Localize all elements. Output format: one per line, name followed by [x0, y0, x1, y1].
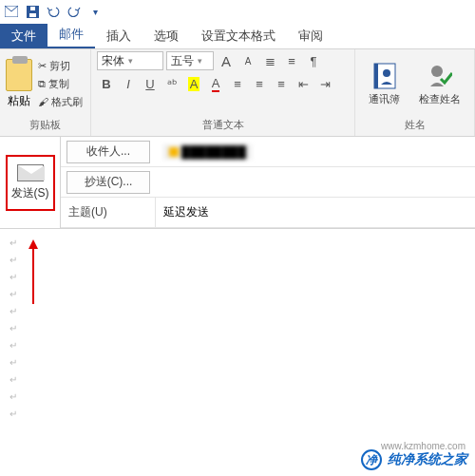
to-field[interactable]: ████████ [156, 144, 475, 160]
quick-access-toolbar: ▾ [0, 0, 475, 23]
addressbook-icon [372, 62, 397, 90]
paragraph-mark: ↵ [10, 337, 466, 354]
align-center-button[interactable]: ≡ [250, 74, 269, 93]
tab-review[interactable]: 审阅 [287, 24, 334, 48]
annotation-arrow [32, 247, 34, 304]
paragraph-mark: ↵ [10, 371, 466, 389]
phonetic-button[interactable]: ᵃᵇ [162, 74, 181, 93]
shrink-font-button[interactable]: A [238, 51, 257, 70]
tab-format[interactable]: 设置文本格式 [190, 24, 287, 48]
undo-icon[interactable] [46, 4, 61, 19]
chevron-down-icon: ▾ [128, 56, 133, 66]
paste-icon [6, 59, 32, 91]
font-size-select[interactable]: 五号▾ [166, 51, 214, 70]
addressbook-button[interactable]: 通讯簿 [361, 60, 408, 108]
paragraph-mark: ↵ [10, 389, 466, 406]
svg-point-7 [431, 66, 443, 77]
indent-right-button[interactable]: ⇥ [315, 74, 334, 93]
svg-rect-3 [30, 7, 35, 10]
paste-button[interactable]: 粘贴 [6, 59, 32, 109]
svg-rect-2 [29, 13, 36, 17]
svg-point-6 [383, 69, 390, 77]
svg-rect-5 [374, 64, 378, 88]
subject-row: 主题(U) [61, 198, 475, 228]
align-right-button[interactable]: ≡ [272, 74, 291, 93]
italic-button[interactable]: I [119, 74, 138, 93]
recipient-chip[interactable]: ████████ [163, 144, 252, 160]
cut-button[interactable]: ✂剪切 [36, 58, 85, 74]
cc-row: 抄送(C)... [61, 167, 475, 198]
cc-field[interactable] [163, 176, 467, 189]
watermark-text: 纯净系统之家 [388, 451, 467, 468]
paragraph-mark: ↵ [10, 269, 466, 286]
paragraph-button[interactable]: ¶ [304, 51, 323, 70]
ribbon-group-names: 通讯簿 检查姓名 姓名 [355, 49, 475, 136]
send-column: 发送(S) [0, 137, 61, 228]
checknames-button[interactable]: 检查姓名 [411, 60, 468, 108]
watermark-logo-icon: 净 [361, 449, 382, 470]
paragraph-mark: ↵ [10, 252, 466, 269]
ribbon-tabs: 文件 邮件 插入 选项 设置文本格式 审阅 [0, 23, 475, 49]
paragraph-mark: ↵ [10, 303, 466, 320]
indent-left-button[interactable]: ⇤ [294, 74, 313, 93]
font-color-button[interactable]: A [206, 74, 225, 93]
paragraph-mark: ↵ [10, 320, 466, 337]
message-body[interactable]: ↵ ↵ ↵ ↵ ↵ ↵ ↵ ↵ ↵ ↵ ↵ [0, 229, 475, 419]
subject-label: 主题(U) [61, 198, 156, 227]
tab-options[interactable]: 选项 [142, 24, 190, 48]
underline-button[interactable]: U [141, 74, 160, 93]
copy-button[interactable]: ⧉复制 [36, 76, 85, 92]
font-group-label: 普通文本 [97, 116, 349, 134]
names-group-label: 姓名 [361, 116, 468, 134]
copy-icon: ⧉ [38, 78, 46, 90]
tab-file[interactable]: 文件 [0, 24, 48, 48]
watermark: 净 纯净系统之家 [361, 449, 467, 470]
chevron-down-icon: ▾ [198, 56, 202, 66]
save-icon[interactable] [25, 4, 40, 19]
paragraph-mark: ↵ [10, 354, 466, 371]
to-button[interactable]: 收件人... [66, 141, 150, 163]
grow-font-button[interactable]: A [217, 51, 236, 70]
align-left-button[interactable]: ≡ [228, 74, 247, 93]
numbering-button[interactable]: ≡ [282, 51, 301, 70]
bold-button[interactable]: B [97, 74, 116, 93]
subject-field[interactable] [163, 206, 467, 219]
format-painter-button[interactable]: 🖌格式刷 [36, 94, 85, 110]
qat-dropdown-icon[interactable]: ▾ [87, 4, 103, 19]
cc-button[interactable]: 抄送(C)... [66, 171, 150, 194]
checknames-icon [428, 62, 452, 90]
send-button[interactable]: 发送(S) [6, 155, 55, 211]
ribbon-group-clipboard: 粘贴 ✂剪切 ⧉复制 🖌格式刷 剪贴板 [0, 49, 91, 136]
highlight-button[interactable]: A [184, 74, 203, 93]
paragraph-mark: ↵ [10, 286, 466, 303]
paragraph-mark: ↵ [10, 406, 466, 419]
send-label: 发送(S) [11, 185, 49, 201]
to-row: 收件人... ████████ [61, 137, 475, 167]
ribbon: 粘贴 ✂剪切 ⧉复制 🖌格式刷 剪贴板 宋体▾ 五号▾ A A ≣ ≡ ¶ B [0, 49, 475, 137]
compose-header: 发送(S) 收件人... ████████ 抄送(C)... 主题(U) [0, 137, 475, 229]
paragraph-mark: ↵ [10, 235, 466, 252]
scissors-icon: ✂ [38, 60, 47, 72]
paste-label: 粘贴 [8, 93, 30, 109]
clipboard-group-label: 剪贴板 [6, 116, 85, 134]
envelope-icon [17, 164, 44, 181]
bullets-button[interactable]: ≣ [260, 51, 279, 70]
tab-mail[interactable]: 邮件 [48, 22, 95, 48]
font-family-select[interactable]: 宋体▾ [97, 51, 163, 70]
ribbon-group-font: 宋体▾ 五号▾ A A ≣ ≡ ¶ B I U ᵃᵇ A A ≡ ≡ ≡ ⇤ ⇥ [91, 49, 355, 136]
brush-icon: 🖌 [38, 96, 48, 107]
tab-insert[interactable]: 插入 [95, 24, 142, 48]
new-mail-icon[interactable] [4, 4, 19, 19]
redo-icon[interactable] [66, 4, 82, 19]
